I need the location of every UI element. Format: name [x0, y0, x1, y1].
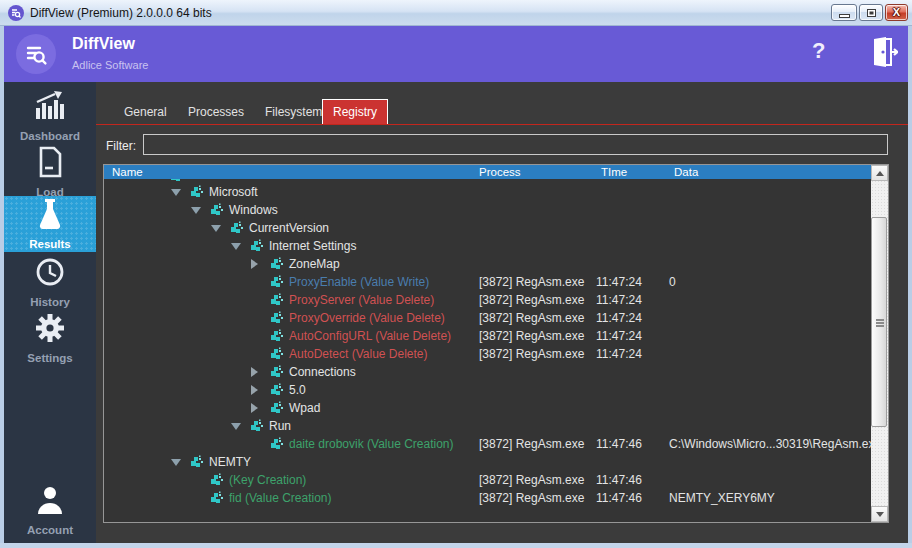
row-time: 11:47:24: [596, 275, 642, 289]
sidebar-item-settings[interactable]: Settings: [4, 310, 96, 366]
exit-button[interactable]: [868, 36, 900, 70]
scrollbar-thumb[interactable]: [871, 217, 887, 427]
tab-general[interactable]: General: [114, 100, 177, 124]
row-time: 11:47:46: [596, 491, 642, 505]
sidebar-item-history[interactable]: History: [4, 254, 96, 310]
row-name: Windows: [229, 203, 278, 217]
row-time: 11:47:24: [596, 347, 642, 361]
row-name: AutoConfigURL (Value Delete): [289, 329, 451, 343]
app-logo-small-icon: [8, 5, 24, 21]
expand-collapse-icon[interactable]: [171, 189, 181, 196]
os-titlebar[interactable]: DiffView (Premium) 2.0.0.0 64 bits X: [0, 0, 912, 26]
expand-collapse-icon[interactable]: [231, 423, 241, 430]
app-vendor: Adlice Software: [72, 59, 148, 71]
close-button[interactable]: X: [885, 4, 908, 21]
row-name: Connections: [289, 365, 356, 379]
row-name: Internet Settings: [269, 239, 356, 253]
sidebar-item-account[interactable]: Account: [4, 482, 96, 538]
help-button[interactable]: ?: [812, 38, 825, 64]
tree-row[interactable]: Wpad: [104, 399, 871, 417]
expand-collapse-icon[interactable]: [251, 367, 258, 377]
tree-row[interactable]: ProxyOverride (Value Delete)[3872] RegAs…: [104, 309, 871, 327]
column-header-time[interactable]: TIme: [601, 165, 627, 179]
expand-collapse-icon[interactable]: [251, 385, 258, 395]
expand-collapse-icon[interactable]: [251, 259, 258, 269]
filter-label: Filter:: [106, 139, 136, 153]
row-process: [3872] RegAsm.exe: [479, 275, 584, 289]
column-header-process[interactable]: Process: [479, 165, 521, 179]
row-process: [3872] RegAsm.exe: [479, 473, 584, 487]
app-window: DiffView (Premium) 2.0.0.0 64 bits X Dif…: [0, 0, 912, 548]
tree-row[interactable]: ProxyServer (Value Delete)[3872] RegAsm.…: [104, 291, 871, 309]
filter-input[interactable]: [143, 134, 888, 155]
clock-icon: [34, 256, 66, 288]
tree-row[interactable]: (Key Creation)[3872] RegAsm.exe11:47:46: [104, 471, 871, 489]
arrow-up-icon: [876, 171, 884, 176]
row-name: AutoDetect (Value Delete): [289, 347, 428, 361]
row-name: ProxyServer (Value Delete): [289, 293, 434, 307]
row-time: 11:47:24: [596, 293, 642, 307]
tree-row[interactable]: AutoDetect (Value Delete)[3872] RegAsm.e…: [104, 345, 871, 363]
sidebar-item-load[interactable]: Load: [4, 144, 96, 200]
column-header-data[interactable]: Data: [674, 165, 698, 179]
tree-row[interactable]: Connections: [104, 363, 871, 381]
tree-row[interactable]: daite drobovik (Value Creation)[3872] Re…: [104, 435, 871, 453]
tab-processes[interactable]: Processes: [178, 100, 254, 124]
expand-collapse-icon[interactable]: [231, 243, 241, 250]
tree-row[interactable]: Run: [104, 417, 871, 435]
column-header-name[interactable]: Name: [112, 165, 143, 179]
expand-collapse-icon[interactable]: [251, 403, 258, 413]
tree-row[interactable]: CurrentVersion: [104, 219, 871, 237]
row-name: CurrentVersion: [249, 221, 329, 235]
expand-collapse-icon[interactable]: [211, 225, 221, 232]
tree-row[interactable]: ProxyEnable (Value Write)[3872] RegAsm.e…: [104, 273, 871, 291]
expand-collapse-icon[interactable]: [191, 207, 201, 214]
tab-filesystem[interactable]: Filesystem: [255, 100, 332, 124]
app-logo-icon: [16, 34, 56, 74]
row-name: 5.0: [289, 383, 306, 397]
vertical-scrollbar[interactable]: [871, 165, 888, 522]
expand-collapse-icon[interactable]: [171, 459, 181, 466]
sidebar-item-dashboard[interactable]: Dashboard: [4, 88, 96, 144]
minimize-icon: [839, 14, 850, 18]
row-data: NEMTY_XERY6MY: [669, 491, 775, 505]
maximize-button[interactable]: [859, 4, 883, 21]
row-process: [3872] RegAsm.exe: [479, 329, 584, 343]
tab-registry[interactable]: Registry: [322, 99, 388, 124]
window-border-bottom: [0, 543, 912, 548]
row-time: 11:47:24: [596, 311, 642, 325]
flask-icon: [34, 198, 66, 232]
row-name: NEMTY: [209, 455, 251, 469]
table-header: Name Process TIme Data: [104, 165, 888, 179]
tree-row[interactable]: fid (Value Creation)[3872] RegAsm.exe11:…: [104, 489, 871, 507]
maximize-icon: [867, 9, 876, 17]
tree-row[interactable]: NEMTY: [104, 453, 871, 471]
thumb-grip-icon: [876, 322, 884, 324]
tree-row[interactable]: Microsoft: [104, 183, 871, 201]
bar-chart-icon: [33, 90, 67, 122]
scroll-up-button[interactable]: [871, 165, 888, 181]
minimize-button[interactable]: [831, 4, 857, 21]
row-process: [3872] RegAsm.exe: [479, 311, 584, 325]
app-name: DiffView: [72, 35, 135, 53]
tree-row[interactable]: AutoConfigURL (Value Delete)[3872] RegAs…: [104, 327, 871, 345]
row-name: ProxyEnable (Value Write): [289, 275, 429, 289]
tree-row[interactable]: Internet Settings: [104, 237, 871, 255]
sidebar-label-history: History: [4, 296, 96, 308]
row-process: [3872] RegAsm.exe: [479, 491, 584, 505]
sidebar-item-results[interactable]: Results: [4, 196, 96, 252]
arrow-down-icon: [876, 512, 884, 517]
row-name: Wpad: [289, 401, 320, 415]
row-name: ZoneMap: [289, 257, 340, 271]
registry-tree: MicrosoftWindowsCurrentVersionInternet S…: [104, 165, 871, 522]
tab-underline: [96, 124, 908, 125]
row-data: C:\Windows\Micro...30319\RegAsm.exe: [669, 437, 881, 451]
tree-row[interactable]: 5.0: [104, 381, 871, 399]
scroll-down-button[interactable]: [871, 506, 888, 522]
tree-row[interactable]: Windows: [104, 201, 871, 219]
close-icon: X: [886, 6, 907, 18]
row-name: Run: [269, 419, 291, 433]
tree-row[interactable]: ZoneMap: [104, 255, 871, 273]
registry-key-icon: [210, 491, 224, 509]
user-icon: [35, 484, 65, 516]
